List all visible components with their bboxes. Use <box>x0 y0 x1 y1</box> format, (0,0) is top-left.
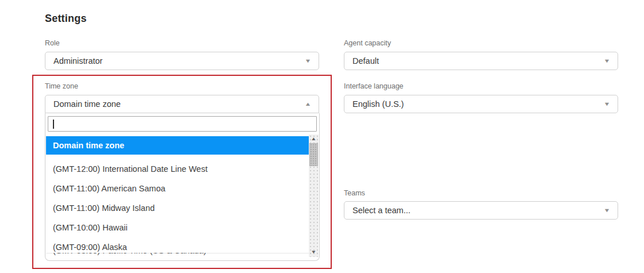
time-zone-option[interactable]: (GMT-09:00) Alaska <box>46 237 310 253</box>
agent-capacity-label: Agent capacity <box>344 39 391 47</box>
time-zone-select[interactable]: Domain time zone ▲ <box>45 95 319 113</box>
page-title: Settings <box>45 13 87 25</box>
scrollbar-thumb[interactable] <box>309 143 318 166</box>
time-zone-option-selected[interactable]: Domain time zone <box>46 136 310 155</box>
chevron-down-icon: ▼ <box>604 95 611 113</box>
teams-select[interactable]: Select a team... ▼ <box>344 201 618 220</box>
teams-label: Teams <box>344 189 365 197</box>
dropdown-scrollbar[interactable]: ▲ ▼ <box>309 134 319 257</box>
interface-language-select-value: English (U.S.) <box>352 99 404 109</box>
chevron-down-icon: ▼ <box>305 52 312 70</box>
scroll-down-icon[interactable]: ▼ <box>307 249 320 256</box>
interface-language-label: Interface language <box>344 82 404 90</box>
chevron-down-icon: ▼ <box>604 52 611 70</box>
agent-capacity-select-value: Default <box>352 56 379 66</box>
teams-select-value: Select a team... <box>352 206 411 215</box>
chevron-down-icon: ▼ <box>604 202 611 219</box>
time-zone-label: Time zone <box>45 82 78 90</box>
text-cursor <box>53 120 54 129</box>
time-zone-option[interactable]: (GMT-12:00) International Date Line West <box>46 159 310 179</box>
time-zone-option[interactable]: (GMT-10:00) Hawaii <box>46 218 310 237</box>
time-zone-option[interactable]: (GMT-11:00) Midway Island <box>46 198 310 218</box>
role-select[interactable]: Administrator ▼ <box>45 52 319 70</box>
role-select-value: Administrator <box>53 56 102 66</box>
time-zone-select-value: Domain time zone <box>53 99 121 109</box>
interface-language-select[interactable]: English (U.S.) ▼ <box>344 95 618 113</box>
agent-capacity-select[interactable]: Default ▼ <box>344 52 618 70</box>
role-label: Role <box>45 39 60 47</box>
time-zone-option[interactable]: (GMT-11:00) American Samoa <box>46 179 310 198</box>
time-zone-option-list: Domain time zone (GMT-12:00) Internation… <box>46 133 310 253</box>
time-zone-option-clipped: (GMT-08:00) Pacific Time (US & Canada) <box>46 253 305 260</box>
time-zone-search-input[interactable] <box>48 116 317 132</box>
time-zone-dropdown-panel: Domain time zone (GMT-12:00) Internation… <box>45 113 320 261</box>
chevron-up-icon: ▲ <box>305 95 312 113</box>
scroll-up-icon[interactable]: ▲ <box>307 136 320 143</box>
